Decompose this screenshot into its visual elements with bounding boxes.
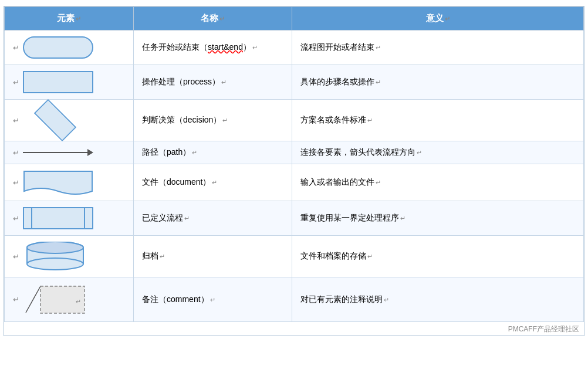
header-element: 元素↵ bbox=[5, 7, 134, 30]
svg-text:↵: ↵ bbox=[76, 298, 81, 305]
table-row: ↵ ↵ bbox=[5, 277, 584, 322]
shape-rect bbox=[23, 71, 93, 93]
shape-cylinder bbox=[23, 242, 87, 271]
name-cell-2: 操作处理（process）↵ bbox=[134, 65, 292, 100]
shape-diamond-wrapper bbox=[23, 106, 87, 135]
name-cell-7: 归档↵ bbox=[134, 236, 292, 277]
path-arrowhead bbox=[87, 149, 93, 156]
shape-path bbox=[23, 149, 93, 156]
meaning-cell-7: 文件和档案的存储↵ bbox=[292, 236, 584, 277]
name-cell-6: 已定义流程↵ bbox=[134, 201, 292, 236]
main-table: 元素↵ 名称↵ 意义↵ ↵ 任务开始或结 bbox=[4, 6, 584, 336]
path-line bbox=[23, 152, 87, 153]
name-cell-5: 文件（document）↵ bbox=[134, 164, 292, 201]
name-cell-8: 备注（comment）↵ bbox=[134, 277, 292, 322]
table-row: ↵ 文件（document）↵ 输入或者输出的文件↵ bbox=[5, 164, 584, 201]
table-row: ↵ 任务开始或结束（start&end）↵ 流程图开始或者结束↵ bbox=[5, 30, 584, 65]
meaning-cell-2: 具体的步骤名或操作↵ bbox=[292, 65, 584, 100]
element-cell-predefined: ↵ bbox=[5, 201, 134, 236]
table-row: ↵ 操作处理（process）↵ 具体的步骤名或操作↵ bbox=[5, 65, 584, 100]
meaning-cell-3: 方案名或条件标准↵ bbox=[292, 100, 584, 141]
name-cell-3: 判断决策（decision）↵ bbox=[134, 100, 292, 141]
header-name: 名称↵ bbox=[134, 7, 292, 30]
row-arrow-icon: ↵ bbox=[13, 252, 19, 261]
meaning-cell-4: 连接各要素，箭头代表流程方向↵ bbox=[292, 141, 584, 164]
meaning-cell-6: 重复使用某一界定处理程序↵ bbox=[292, 201, 584, 236]
shape-comment: ↵ bbox=[23, 283, 87, 316]
element-cell-rect: ↵ bbox=[5, 65, 134, 100]
table-row: ↵ 已定义流程↵ 重复使用某一界定处理程序↵ bbox=[5, 201, 584, 236]
element-cell-document: ↵ bbox=[5, 164, 134, 201]
row-arrow-icon: ↵ bbox=[13, 148, 19, 157]
svg-point-4 bbox=[27, 258, 83, 270]
row-arrow-icon: ↵ bbox=[13, 43, 19, 52]
row-arrow-icon: ↵ bbox=[13, 295, 19, 304]
svg-line-6 bbox=[26, 286, 40, 313]
shape-document bbox=[23, 170, 93, 195]
shape-diamond bbox=[34, 99, 76, 141]
element-cell-diamond: ↵ bbox=[5, 100, 134, 141]
svg-point-5 bbox=[27, 242, 83, 253]
table-row: ↵ 归 bbox=[5, 236, 584, 277]
table-row: ↵ 判断决策（decision）↵ 方案名或条件标准↵ bbox=[5, 100, 584, 141]
shape-predefined bbox=[23, 207, 93, 229]
name-cell-4: 路径（path）↵ bbox=[134, 141, 292, 164]
footer-text: PMCAFF产品经理社区 bbox=[4, 322, 584, 336]
header-meaning: 意义↵ bbox=[292, 7, 584, 30]
shape-rounded-rect bbox=[23, 36, 93, 59]
element-cell-cylinder: ↵ bbox=[5, 236, 134, 277]
name-cell-1: 任务开始或结束（start&end）↵ bbox=[134, 30, 292, 65]
element-cell-comment: ↵ ↵ bbox=[5, 277, 134, 322]
row-arrow-icon: ↵ bbox=[13, 78, 19, 87]
table-row: ↵ 路径（path）↵ 连接各要素，箭头代表流程方向↵ bbox=[5, 141, 584, 164]
element-cell-rounded: ↵ bbox=[5, 30, 134, 65]
meaning-cell-1: 流程图开始或者结束↵ bbox=[292, 30, 584, 65]
element-cell-path: ↵ bbox=[5, 141, 134, 164]
meaning-cell-8: 对已有元素的注释说明↵ bbox=[292, 277, 584, 322]
row-arrow-icon: ↵ bbox=[13, 178, 19, 187]
row-arrow-icon: ↵ bbox=[13, 214, 19, 223]
row-arrow-icon: ↵ bbox=[13, 116, 19, 125]
meaning-cell-5: 输入或者输出的文件↵ bbox=[292, 164, 584, 201]
